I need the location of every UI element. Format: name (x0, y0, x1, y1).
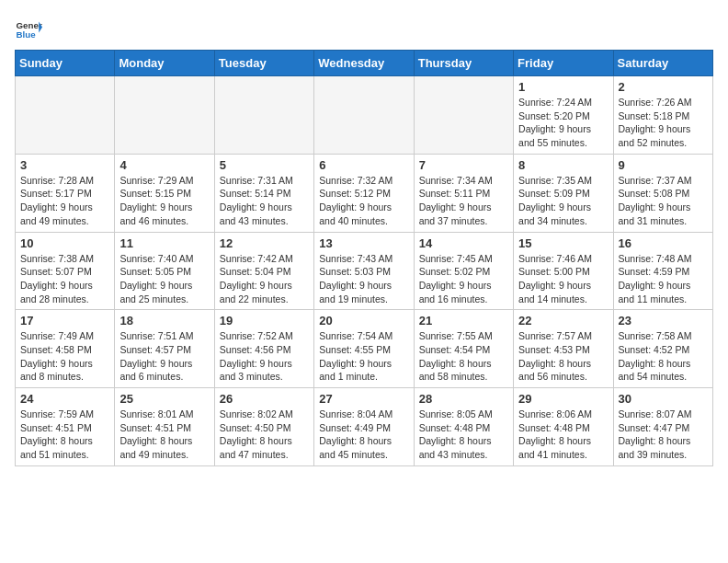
svg-text:Blue: Blue (17, 29, 37, 40)
day-number: 3 (20, 158, 109, 172)
day-number: 10 (20, 236, 109, 250)
calendar-table: SundayMondayTuesdayWednesdayThursdayFrid… (15, 50, 713, 466)
weekday-header-tuesday: Tuesday (214, 51, 313, 76)
weekday-header-thursday: Thursday (414, 51, 513, 76)
calendar-cell (214, 76, 313, 155)
day-number: 20 (319, 314, 408, 327)
week-row-4: 17Sunrise: 7:49 AM Sunset: 4:58 PM Dayli… (16, 310, 713, 388)
calendar-cell (115, 76, 214, 155)
day-number: 14 (419, 236, 508, 250)
day-info: Sunrise: 8:01 AM Sunset: 4:51 PM Dayligh… (119, 408, 209, 462)
day-number: 28 (419, 392, 508, 406)
day-number: 9 (619, 158, 708, 172)
day-info: Sunrise: 7:58 AM Sunset: 4:52 PM Dayligh… (619, 329, 708, 384)
calendar-cell: 16Sunrise: 7:48 AM Sunset: 4:59 PM Dayli… (613, 232, 712, 310)
calendar-cell: 3Sunrise: 7:28 AM Sunset: 5:17 PM Daylig… (16, 154, 115, 232)
day-info: Sunrise: 7:26 AM Sunset: 5:18 PM Dayligh… (619, 96, 708, 150)
day-info: Sunrise: 7:35 AM Sunset: 5:09 PM Dayligh… (518, 174, 608, 228)
day-info: Sunrise: 7:54 AM Sunset: 4:55 PM Dayligh… (319, 329, 408, 384)
day-number: 6 (319, 158, 408, 172)
calendar-cell: 17Sunrise: 7:49 AM Sunset: 4:58 PM Dayli… (16, 310, 115, 388)
day-number: 22 (518, 314, 608, 327)
calendar-cell: 9Sunrise: 7:37 AM Sunset: 5:08 PM Daylig… (613, 154, 712, 232)
calendar-cell: 21Sunrise: 7:55 AM Sunset: 4:54 PM Dayli… (414, 310, 513, 388)
day-number: 18 (119, 314, 209, 327)
calendar-cell: 8Sunrise: 7:35 AM Sunset: 5:09 PM Daylig… (514, 154, 613, 232)
day-info: Sunrise: 8:07 AM Sunset: 4:47 PM Dayligh… (619, 408, 708, 462)
day-info: Sunrise: 7:29 AM Sunset: 5:15 PM Dayligh… (119, 174, 209, 228)
day-info: Sunrise: 7:38 AM Sunset: 5:07 PM Dayligh… (20, 252, 109, 306)
calendar-cell: 27Sunrise: 8:04 AM Sunset: 4:49 PM Dayli… (314, 388, 414, 466)
calendar-cell: 5Sunrise: 7:31 AM Sunset: 5:14 PM Daylig… (214, 154, 313, 232)
day-number: 12 (220, 236, 309, 250)
calendar-cell: 15Sunrise: 7:46 AM Sunset: 5:00 PM Dayli… (514, 232, 613, 310)
day-number: 8 (518, 158, 608, 172)
day-info: Sunrise: 7:37 AM Sunset: 5:08 PM Dayligh… (619, 174, 708, 228)
day-info: Sunrise: 7:43 AM Sunset: 5:03 PM Dayligh… (319, 252, 408, 306)
day-number: 29 (518, 392, 608, 406)
day-number: 30 (619, 392, 708, 406)
day-number: 23 (619, 314, 708, 327)
day-info: Sunrise: 7:24 AM Sunset: 5:20 PM Dayligh… (518, 96, 608, 150)
header: General Blue (15, 15, 713, 42)
day-number: 15 (518, 236, 608, 250)
day-number: 17 (20, 314, 109, 327)
day-info: Sunrise: 7:52 AM Sunset: 4:56 PM Dayligh… (220, 329, 309, 384)
calendar-cell: 29Sunrise: 8:06 AM Sunset: 4:48 PM Dayli… (514, 388, 613, 466)
day-info: Sunrise: 7:28 AM Sunset: 5:17 PM Dayligh… (20, 174, 109, 228)
day-info: Sunrise: 7:46 AM Sunset: 5:00 PM Dayligh… (518, 252, 608, 306)
day-info: Sunrise: 8:04 AM Sunset: 4:49 PM Dayligh… (319, 408, 408, 462)
day-info: Sunrise: 8:06 AM Sunset: 4:48 PM Dayligh… (518, 408, 608, 462)
weekday-header-saturday: Saturday (613, 51, 712, 76)
day-number: 11 (119, 236, 209, 250)
logo-icon: General Blue (15, 15, 42, 42)
day-number: 27 (319, 392, 408, 406)
day-number: 25 (119, 392, 209, 406)
day-info: Sunrise: 8:05 AM Sunset: 4:48 PM Dayligh… (419, 408, 508, 462)
day-number: 21 (419, 314, 508, 327)
weekday-header-sunday: Sunday (16, 51, 115, 76)
calendar-cell: 24Sunrise: 7:59 AM Sunset: 4:51 PM Dayli… (16, 388, 115, 466)
calendar-cell: 23Sunrise: 7:58 AM Sunset: 4:52 PM Dayli… (613, 310, 712, 388)
day-info: Sunrise: 7:40 AM Sunset: 5:05 PM Dayligh… (119, 252, 209, 306)
day-number: 13 (319, 236, 408, 250)
calendar-cell (16, 76, 115, 155)
day-number: 5 (220, 158, 309, 172)
day-number: 26 (220, 392, 309, 406)
day-number: 7 (419, 158, 508, 172)
calendar-cell: 4Sunrise: 7:29 AM Sunset: 5:15 PM Daylig… (115, 154, 214, 232)
calendar-cell: 25Sunrise: 8:01 AM Sunset: 4:51 PM Dayli… (115, 388, 214, 466)
week-row-3: 10Sunrise: 7:38 AM Sunset: 5:07 PM Dayli… (16, 232, 713, 310)
calendar-cell: 22Sunrise: 7:57 AM Sunset: 4:53 PM Dayli… (514, 310, 613, 388)
day-info: Sunrise: 7:34 AM Sunset: 5:11 PM Dayligh… (419, 174, 508, 228)
calendar-cell: 1Sunrise: 7:24 AM Sunset: 5:20 PM Daylig… (514, 76, 613, 155)
calendar-cell: 7Sunrise: 7:34 AM Sunset: 5:11 PM Daylig… (414, 154, 513, 232)
day-info: Sunrise: 7:45 AM Sunset: 5:02 PM Dayligh… (419, 252, 508, 306)
logo: General Blue (15, 15, 46, 42)
calendar-cell: 26Sunrise: 8:02 AM Sunset: 4:50 PM Dayli… (214, 388, 313, 466)
calendar-cell: 14Sunrise: 7:45 AM Sunset: 5:02 PM Dayli… (414, 232, 513, 310)
calendar-cell: 28Sunrise: 8:05 AM Sunset: 4:48 PM Dayli… (414, 388, 513, 466)
day-number: 1 (518, 80, 608, 94)
day-info: Sunrise: 7:42 AM Sunset: 5:04 PM Dayligh… (220, 252, 309, 306)
calendar-cell: 12Sunrise: 7:42 AM Sunset: 5:04 PM Dayli… (214, 232, 313, 310)
weekday-header-wednesday: Wednesday (314, 51, 414, 76)
week-row-5: 24Sunrise: 7:59 AM Sunset: 4:51 PM Dayli… (16, 388, 713, 466)
week-row-1: 1Sunrise: 7:24 AM Sunset: 5:20 PM Daylig… (16, 76, 713, 155)
day-number: 2 (619, 80, 708, 94)
day-info: Sunrise: 8:02 AM Sunset: 4:50 PM Dayligh… (220, 408, 309, 462)
calendar-cell: 20Sunrise: 7:54 AM Sunset: 4:55 PM Dayli… (314, 310, 414, 388)
calendar-cell: 6Sunrise: 7:32 AM Sunset: 5:12 PM Daylig… (314, 154, 414, 232)
day-info: Sunrise: 7:31 AM Sunset: 5:14 PM Dayligh… (220, 174, 309, 228)
calendar-cell (414, 76, 513, 155)
weekday-header-row: SundayMondayTuesdayWednesdayThursdayFrid… (16, 51, 713, 76)
day-info: Sunrise: 7:32 AM Sunset: 5:12 PM Dayligh… (319, 174, 408, 228)
calendar-cell: 2Sunrise: 7:26 AM Sunset: 5:18 PM Daylig… (613, 76, 712, 155)
calendar-cell (314, 76, 414, 155)
calendar-cell: 19Sunrise: 7:52 AM Sunset: 4:56 PM Dayli… (214, 310, 313, 388)
day-info: Sunrise: 7:51 AM Sunset: 4:57 PM Dayligh… (119, 329, 209, 384)
weekday-header-monday: Monday (115, 51, 214, 76)
day-number: 19 (220, 314, 309, 327)
day-number: 24 (20, 392, 109, 406)
calendar-cell: 11Sunrise: 7:40 AM Sunset: 5:05 PM Dayli… (115, 232, 214, 310)
